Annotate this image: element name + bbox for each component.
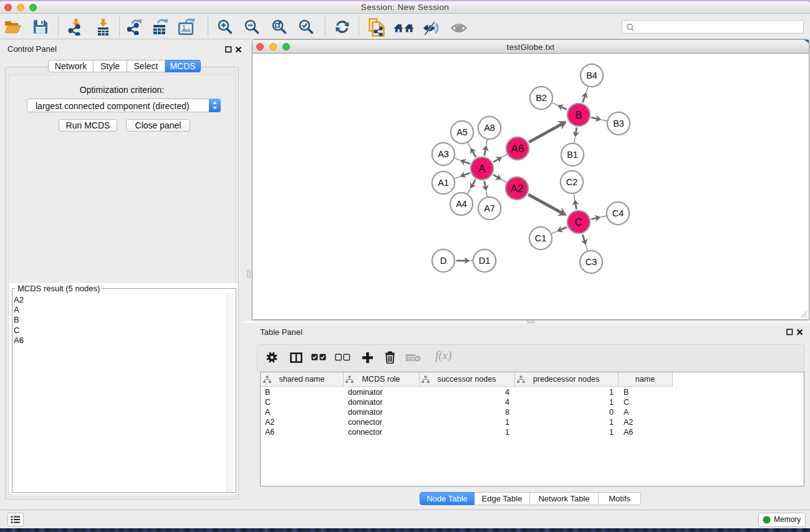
svg-text:A8: A8 <box>484 123 495 133</box>
svg-text:C: C <box>575 216 582 228</box>
svg-text:A6: A6 <box>511 143 524 155</box>
svg-text:B4: B4 <box>586 70 597 80</box>
svg-text:C2: C2 <box>566 177 578 187</box>
svg-text:D: D <box>440 256 446 266</box>
svg-text:C4: C4 <box>612 208 624 218</box>
svg-text:B1: B1 <box>567 150 578 160</box>
svg-text:A4: A4 <box>456 199 467 209</box>
svg-text:D1: D1 <box>479 256 491 266</box>
svg-text:A7: A7 <box>484 203 495 213</box>
svg-text:B3: B3 <box>613 118 624 128</box>
svg-text:C1: C1 <box>535 233 547 243</box>
svg-text:A5: A5 <box>456 127 468 137</box>
svg-text:A2: A2 <box>511 183 524 195</box>
svg-text:B: B <box>575 109 582 121</box>
svg-text:B2: B2 <box>536 93 547 103</box>
svg-text:A3: A3 <box>438 149 449 159</box>
svg-text:C3: C3 <box>586 257 597 267</box>
svg-text:A: A <box>478 163 486 175</box>
svg-text:A1: A1 <box>438 178 449 188</box>
